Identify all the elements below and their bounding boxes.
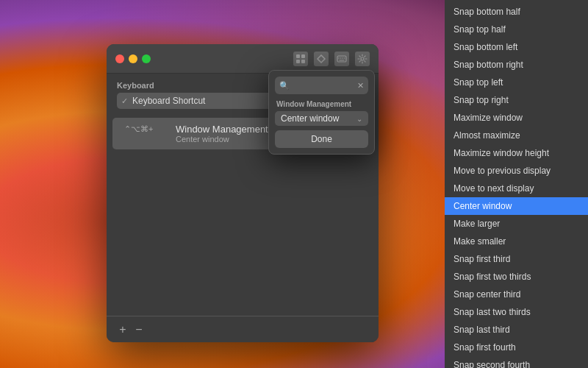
dropdown-item[interactable]: Almost maximize (445, 127, 588, 144)
dropdown-item[interactable]: Maximize window (445, 109, 588, 127)
close-button[interactable] (115, 54, 124, 63)
dropdown-panel: Snap bottom halfSnap top halfSnap bottom… (445, 0, 588, 368)
svg-rect-1 (301, 54, 305, 58)
dropdown-item[interactable]: Snap bottom right (445, 56, 588, 74)
grid-icon[interactable] (293, 52, 308, 66)
dropdown-item[interactable]: Snap first fourth (445, 339, 588, 356)
svg-point-10 (361, 57, 364, 60)
dropdown-item[interactable]: Snap first two thirds (445, 268, 588, 286)
done-button[interactable]: Done (275, 130, 368, 148)
diamond-icon[interactable] (314, 52, 329, 66)
popup-search[interactable]: 🔍 ✕ (275, 77, 368, 94)
dropdown-item[interactable]: Make smaller (445, 233, 588, 250)
dropdown-item[interactable]: Move to previous display (445, 162, 588, 180)
popup-arrow-icon: ⌄ (356, 115, 362, 123)
dropdown-item[interactable]: Snap bottom half (445, 3, 588, 21)
dropdown-item[interactable]: Snap first third (445, 250, 588, 268)
dropdown-item[interactable]: Snap second fourth (445, 356, 588, 368)
dropdown-item[interactable]: Maximize window height (445, 144, 588, 162)
popup-search-input[interactable] (293, 81, 354, 90)
traffic-lights (115, 54, 151, 63)
minimize-button[interactable] (129, 54, 137, 63)
svg-rect-3 (301, 60, 305, 63)
bottom-toolbar: + − (107, 316, 379, 342)
popup-dialog: 🔍 ✕ Window Management Center window ⌄ Do… (268, 70, 375, 155)
search-icon: 🔍 (279, 81, 290, 91)
dropdown-item[interactable]: Snap top left (445, 74, 588, 91)
dropdown-item[interactable]: Center window (445, 197, 588, 215)
sidebar-item-label: Keyboard Shortcut (132, 96, 205, 106)
maximize-button[interactable] (142, 54, 151, 63)
dropdown-item[interactable]: Snap last third (445, 321, 588, 339)
add-button[interactable]: + (115, 322, 130, 337)
popup-selected-value: Center window (281, 113, 354, 124)
dropdown-item[interactable]: Snap top right (445, 91, 588, 109)
dropdown-item[interactable]: Snap center third (445, 286, 588, 303)
keyboard-icon[interactable] (334, 52, 349, 66)
svg-rect-4 (337, 56, 346, 62)
chevron-icon: ✓ (121, 96, 128, 106)
dropdown-item[interactable]: Move to next display (445, 180, 588, 197)
search-clear-icon[interactable]: ✕ (357, 81, 364, 91)
dropdown-item[interactable]: Snap last two thirds (445, 303, 588, 321)
dropdown-item[interactable]: Make larger (445, 215, 588, 233)
popup-category-label: Window Management (269, 99, 374, 110)
dropdown-item[interactable]: Snap top half (445, 21, 588, 38)
popup-select-row[interactable]: Center window ⌄ (275, 111, 368, 126)
dropdown-item[interactable]: Snap bottom left (445, 38, 588, 56)
row-shortcut: ⌃⌥⌘+ (124, 124, 168, 134)
titlebar-icons (293, 52, 370, 66)
settings-icon[interactable] (355, 52, 370, 66)
svg-rect-0 (296, 54, 300, 58)
titlebar (107, 44, 379, 74)
remove-button[interactable]: − (132, 322, 146, 337)
svg-rect-2 (296, 60, 300, 63)
